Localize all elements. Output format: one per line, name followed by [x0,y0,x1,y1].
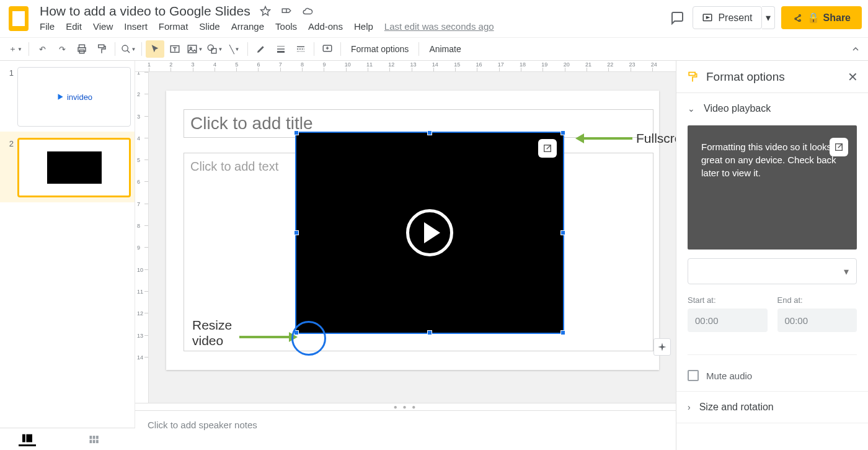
thumbnail-1[interactable]: 1 invideo [0,61,135,132]
present-button[interactable]: Present [693,6,761,29]
fullscreen-icon[interactable] [538,139,557,158]
last-edit-link[interactable]: Last edit was seconds ago [384,21,494,32]
video-object[interactable] [296,133,563,333]
end-at-input[interactable] [777,308,857,332]
svg-rect-34 [96,436,99,439]
resize-handle[interactable] [560,230,565,235]
present-label: Present [718,12,752,24]
resize-handle[interactable] [294,230,299,235]
redo-button[interactable]: ↷ [53,40,71,58]
undo-button[interactable]: ↶ [33,40,51,58]
resize-handle[interactable] [294,130,299,135]
invideo-logo: invideo [56,92,92,102]
select-tool[interactable] [146,40,164,58]
horizontal-ruler: 123456789101112131415161718192021222324 [135,61,676,72]
notes-splitter[interactable]: ● ● ● [135,403,676,410]
print-button[interactable] [73,40,91,58]
mute-audio-checkbox[interactable] [688,370,699,381]
svg-marker-25 [58,94,63,99]
menu-format[interactable]: Format [159,21,188,32]
svg-rect-31 [26,434,32,443]
svg-rect-30 [22,434,25,443]
speaker-notes[interactable]: Click to add speaker notes [135,410,676,450]
grid-view-button[interactable] [86,433,103,446]
svg-marker-2 [707,16,709,18]
format-options-panel: Format options ✕ ⌄ Video playback Format… [676,61,868,450]
thumb-number: 1 [4,67,14,127]
slides-logo[interactable] [6,4,31,34]
zoom-button[interactable]: ▼ [119,40,138,58]
menu-addons[interactable]: Add-ons [308,21,343,32]
end-at-label: End at: [777,295,857,305]
svg-rect-12 [188,45,197,53]
format-options-button[interactable]: Format options [345,44,415,54]
paint-format-button[interactable] [92,40,111,58]
menu-file[interactable]: File [40,21,55,32]
open-video-icon[interactable] [830,138,848,156]
resize-handle[interactable] [560,130,565,135]
annotation-fullscreen: Fullscreen [583,131,676,146]
svg-line-8 [127,50,130,53]
video-preview: Formatting this video so it looks great … [688,125,857,250]
share-label: Share [823,12,851,24]
svg-rect-36 [93,439,95,443]
menu-slide[interactable]: Slide [199,21,219,32]
explore-button[interactable] [653,338,671,356]
menu-help[interactable]: Help [354,21,373,32]
move-icon[interactable] [280,5,293,17]
svg-rect-15 [211,48,216,53]
svg-point-7 [122,45,128,51]
section-size-rotation[interactable]: › Size and rotation [688,402,857,413]
star-icon[interactable] [259,5,272,17]
chevron-right-icon: › [688,402,691,412]
annotation-resize: Resizevideo [192,317,232,348]
chevron-down-icon: ⌄ [688,104,695,114]
thumb-number: 2 [4,138,14,197]
slide-canvas[interactable]: Click to add title Click to add text [149,72,676,403]
filmstrip: 1 invideo 🔗 2 [0,61,135,450]
pen-color-button[interactable] [252,40,270,58]
comment-button[interactable] [318,40,337,58]
image-tool[interactable]: ▼ [185,40,204,58]
resize-handle[interactable] [427,330,432,335]
resize-handle[interactable] [427,130,432,135]
svg-rect-6 [99,45,104,48]
shape-tool[interactable]: ▼ [205,40,224,58]
cloud-icon[interactable] [301,5,314,17]
section-video-playback[interactable]: ⌄ Video playback [688,103,857,114]
close-icon[interactable]: ✕ [848,70,858,84]
vertical-ruler: 1234567891011121314 [135,72,149,403]
format-options-icon [686,71,699,83]
svg-rect-37 [96,439,99,443]
menu-edit[interactable]: Edit [66,21,82,32]
animate-button[interactable]: Animate [423,44,467,54]
line-tool[interactable]: ╲▼ [225,40,244,58]
svg-marker-0 [260,7,270,16]
menu-view[interactable]: View [93,21,113,32]
line-dash-button[interactable] [291,40,310,58]
toolbar: ＋▼ ↶ ↷ ▼ ▼ ▼ ╲▼ Format options Animate [0,37,868,61]
filmstrip-view-button[interactable] [19,433,36,446]
document-title[interactable]: How to add a video to Google Slides [40,4,250,19]
view-switcher [0,428,135,450]
collapse-toolbar-icon[interactable] [851,44,861,54]
menu-insert[interactable]: Insert [124,21,148,32]
svg-marker-27 [658,343,666,351]
present-dropdown[interactable]: ▾ [762,6,775,29]
textbox-tool[interactable] [166,40,184,58]
thumbnail-2[interactable]: 🔗 2 [0,132,135,202]
line-weight-button[interactable] [272,40,290,58]
play-icon[interactable] [406,209,453,256]
panel-title: Format options [706,70,840,84]
start-at-input[interactable] [688,308,768,332]
new-slide-button[interactable]: ＋▼ [6,40,25,58]
share-button[interactable]: 🔒Share [781,6,862,29]
svg-rect-33 [93,436,95,439]
svg-point-14 [208,45,213,50]
menu-arrange[interactable]: Arrange [231,21,264,32]
menu-tools[interactable]: Tools [275,21,297,32]
start-at-label: Start at: [688,295,768,305]
comments-icon[interactable] [668,9,686,27]
resize-handle[interactable] [560,330,565,335]
playback-mode-select[interactable]: ▾ [688,258,857,284]
